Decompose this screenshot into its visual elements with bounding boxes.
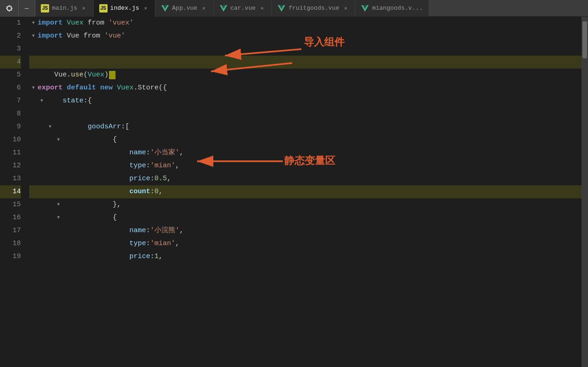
js-icon: JS (41, 4, 49, 13)
scrollbar-thumb[interactable] (582, 21, 587, 58)
code-line-17: ▼ name:'小浣熊', (29, 224, 582, 237)
tab-label: index.js (110, 5, 139, 12)
close-icon[interactable]: ✕ (142, 5, 149, 12)
tab-bar: — JS main.js ✕ JS index.js ✕ App.vue ✕ c… (0, 0, 588, 17)
code-line-6: ▼ export default new Vuex.Store({ (29, 82, 582, 95)
code-line-19: ▼ price:1, (29, 250, 582, 263)
tab-app-vue[interactable]: App.vue ✕ (155, 0, 214, 17)
annotation-import-label: 导入组件 (304, 35, 345, 49)
fold-arrow[interactable]: ▼ (54, 214, 63, 222)
close-icon[interactable]: ✕ (258, 5, 266, 12)
code-line-15: ▼ }, (29, 198, 582, 211)
code-line-5: ▼ Vue.use(Vuex) (29, 69, 582, 82)
fold-arrow[interactable]: ▼ (46, 123, 54, 131)
close-icon[interactable]: ✕ (80, 5, 88, 12)
fold-arrow[interactable]: ▼ (54, 136, 63, 144)
code-line-14: ▼ count:0, (29, 185, 582, 198)
code-line-4: ▼ (29, 56, 582, 69)
code-line-9: ▼ goodsArr:[ (29, 120, 582, 133)
tab-fruitgoods-vue[interactable]: fruitgoods.vue ✕ (272, 0, 355, 17)
fold-arrow[interactable]: ▼ (29, 84, 38, 92)
vertical-scrollbar[interactable] (582, 17, 588, 367)
annotation-state-label: 静态变量区 (284, 154, 335, 168)
tab-car-vue[interactable]: car.vue ✕ (214, 0, 272, 17)
fold-arrow[interactable]: ▼ (54, 201, 63, 209)
tab-label: miangoods.v... (372, 5, 422, 12)
editor-area: 1 2 3 4 5 6 7 8 9 10 11 12 13 14 15 16 1… (0, 17, 588, 367)
tab-index-js[interactable]: JS index.js ✕ (94, 0, 155, 17)
tab-label: fruitgoods.vue (288, 5, 339, 12)
vue-icon (219, 4, 228, 13)
tab-miangoods-vue[interactable]: miangoods.v... (355, 0, 428, 17)
cursor (109, 71, 115, 79)
vue-icon (161, 4, 169, 13)
code-line-13: ▼ price:0.5, (29, 172, 582, 185)
code-line-16: ▼ { (29, 211, 582, 224)
code-line-1: ▼ import Vuex from 'vuex' (29, 17, 582, 30)
code-line-10: ▼ { (29, 133, 582, 146)
tab-main-js[interactable]: JS main.js ✕ (35, 0, 94, 17)
tab-label: main.js (52, 5, 77, 12)
js-icon: JS (99, 4, 108, 13)
vue-icon (277, 4, 286, 13)
fold-arrow[interactable]: ▼ (29, 19, 38, 27)
close-icon[interactable]: ✕ (342, 5, 349, 12)
fold-arrow[interactable]: ▼ (38, 97, 46, 105)
line-numbers: 1 2 3 4 5 6 7 8 9 10 11 12 13 14 15 16 1… (0, 17, 26, 367)
settings-button[interactable] (0, 0, 19, 17)
code-content[interactable]: ▼ import Vuex from 'vuex' ▼ import Vue f… (26, 17, 582, 367)
minimize-button[interactable]: — (19, 0, 35, 17)
code-line-18: ▼ type:'mian', (29, 237, 582, 250)
code-line-8: ▼ (29, 108, 582, 120)
close-icon[interactable]: ✕ (200, 5, 208, 12)
fold-arrow[interactable]: ▼ (29, 32, 38, 40)
tab-label: car.vue (230, 5, 256, 12)
code-line-7: ▼ state:{ (29, 95, 582, 108)
vue-icon (361, 4, 369, 13)
tab-label: App.vue (172, 5, 198, 12)
